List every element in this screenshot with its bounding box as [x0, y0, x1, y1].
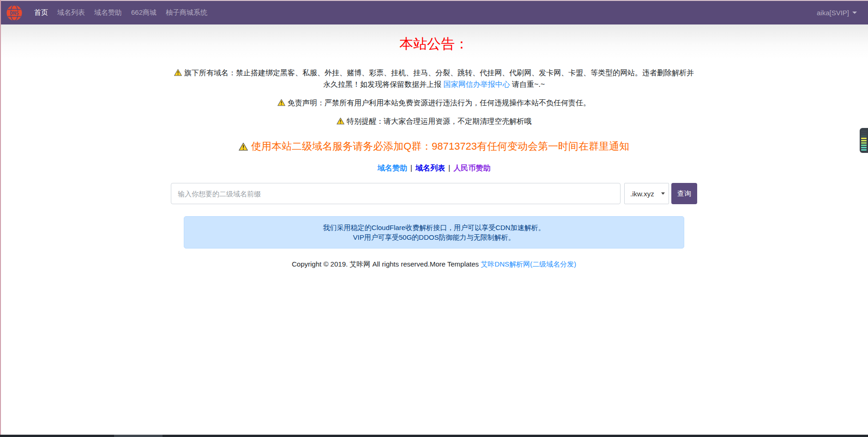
warning-icon	[277, 98, 285, 109]
report-center-link[interactable]: 国家网信办举报中心	[443, 80, 510, 88]
dns-globe-icon: DNS	[6, 4, 23, 22]
qq-group-announcement: 使用本站二级域名服务请务必添加Q群：98713723有任何变动会第一时间在群里通…	[0, 140, 868, 154]
chevron-down-icon	[852, 12, 857, 14]
page-title: 本站公告：	[0, 35, 868, 54]
nav-item-domain-list[interactable]: 域名列表	[53, 8, 90, 17]
notice-domains-rule-tail: 请自重~.~	[510, 80, 545, 88]
info-alert: 我们采用稳定的CloudFlare收费解析接口，用户可以享受CDN加速解析。 V…	[184, 216, 684, 249]
nav-item-domain-sponsor[interactable]: 域名赞助	[90, 8, 127, 17]
link-separator: |	[410, 164, 412, 172]
quick-links: 域名赞助|域名列表|人民币赞助	[0, 164, 868, 173]
quick-link-domain-sponsor[interactable]: 域名赞助	[378, 164, 407, 172]
notice-reminder: 特别提醒：请大家合理运用资源，不定期清理空壳解析哦	[173, 116, 695, 127]
quick-link-domain-list[interactable]: 域名列表	[416, 164, 445, 172]
domain-suffix-select[interactable]: .ikw.xyz	[624, 183, 669, 204]
qq-group-text: 使用本站二级域名服务请务必添加Q群：98713723有任何变动会第一时间在群里通…	[251, 140, 629, 152]
footer-site-link[interactable]: 艾咔DNS解析网(二级域名分发)	[481, 260, 576, 268]
nav-menu: 首页 域名列表 域名赞助 662商城 柚子商城系统	[30, 8, 212, 17]
footer: Copyright © 2019. 艾咔网 All rights reserve…	[0, 260, 868, 287]
brand-logo[interactable]: DNS	[6, 4, 23, 22]
window-edge-top	[0, 0, 868, 1]
warning-icon	[239, 142, 248, 154]
side-widget[interactable]	[860, 128, 868, 153]
main-content: 本站公告： 旗下所有域名：禁止搭建绑定黑客、私服、外挂、赌博、彩票、挂机、挂马、…	[0, 24, 868, 287]
nav-item-home[interactable]: 首页	[30, 8, 53, 17]
nav-item-youzi-shop-system[interactable]: 柚子商城系统	[161, 8, 212, 17]
info-alert-line2: VIP用户可享受50G的DDOS防御能力与无限制解析。	[191, 232, 677, 242]
window-edge-left	[0, 0, 1, 437]
notice-disclaimer-text: 免责声明：严禁所有用户利用本站免费资源进行违法行为，任何违规操作本站不负任何责任…	[288, 99, 591, 107]
nav-item-662-shop[interactable]: 662商城	[127, 8, 161, 17]
quick-link-rmb-sponsor[interactable]: 人民币赞助	[453, 164, 490, 172]
domain-prefix-input[interactable]	[171, 183, 621, 204]
link-separator: |	[448, 164, 450, 172]
notice-reminder-text: 特别提醒：请大家合理运用资源，不定期清理空壳解析哦	[347, 117, 531, 125]
domain-suffix-select-wrap: .ikw.xyz	[624, 183, 669, 204]
horizontal-scrollbar[interactable]	[0, 435, 868, 437]
scrollbar-thumb[interactable]	[114, 435, 163, 437]
notice-domains-rule: 旗下所有域名：禁止搭建绑定黑客、私服、外挂、赌博、彩票、挂机、挂马、分裂、跳转、…	[173, 67, 695, 90]
query-button[interactable]: 查询	[671, 183, 697, 204]
user-name: aika[SVIP]	[817, 9, 849, 17]
svg-text:DNS: DNS	[10, 10, 19, 16]
user-dropdown[interactable]: aika[SVIP]	[817, 9, 857, 17]
navbar: DNS 首页 域名列表 域名赞助 662商城 柚子商城系统 aika[SVIP]	[0, 1, 868, 24]
copyright-text: Copyright © 2019. 艾咔网 All rights reserve…	[292, 260, 481, 268]
warning-icon	[174, 68, 182, 79]
notice-disclaimer: 免责声明：严禁所有用户利用本站免费资源进行违法行为，任何违规操作本站不负任何责任…	[173, 97, 695, 109]
info-alert-line1: 我们采用稳定的CloudFlare收费解析接口，用户可以享受CDN加速解析。	[191, 223, 677, 232]
domain-search-group: .ikw.xyz 查询	[171, 183, 697, 204]
warning-icon	[337, 117, 344, 127]
notice-domains-rule-text: 旗下所有域名：禁止搭建绑定黑客、私服、外挂、赌博、彩票、挂机、挂马、分裂、跳转、…	[184, 69, 694, 88]
